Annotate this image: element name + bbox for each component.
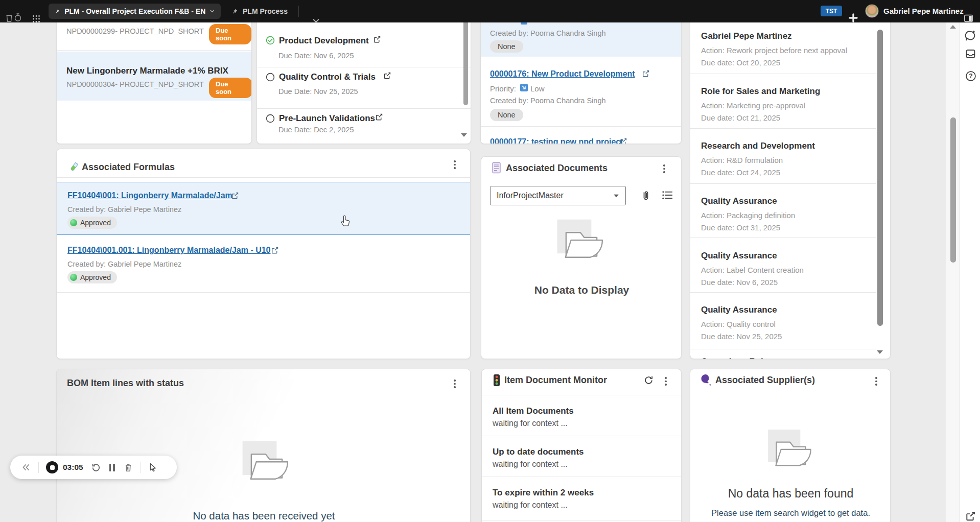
list-view-icon[interactable] bbox=[662, 191, 673, 200]
sidebar-toggle-icon[interactable] bbox=[964, 7, 973, 30]
panel-menu-button[interactable] bbox=[660, 162, 668, 176]
request-link[interactable]: 00000176: New Product Development bbox=[490, 69, 635, 79]
project-card-1[interactable]: NPD00000299- PROJECT_NPD_SHORT bbox=[66, 27, 204, 36]
divider bbox=[690, 183, 876, 184]
project-title: New Lingonberry Marmalade +1% BRIX bbox=[66, 66, 228, 76]
panel-title: Associated Documents bbox=[506, 163, 608, 174]
formula-link[interactable]: FF10404\001.001: Lingonberry Marmalade/J… bbox=[67, 246, 271, 255]
recorder-separator bbox=[38, 462, 39, 473]
request-created-by: Created by: Poorna Chandra Singh bbox=[490, 97, 606, 105]
scroll-up-icon[interactable] bbox=[950, 25, 956, 29]
restart-recording-icon[interactable] bbox=[91, 463, 101, 472]
page-scrollbar-track[interactable] bbox=[946, 22, 960, 522]
external-link-icon[interactable] bbox=[384, 72, 391, 79]
empty-folder-icon bbox=[238, 441, 295, 493]
empty-folder-icon bbox=[553, 219, 610, 271]
projects-panel: NPD00000299- PROJECT_NPD_SHORT Due soon … bbox=[56, 15, 252, 144]
panel-menu-button[interactable] bbox=[451, 377, 459, 391]
divider bbox=[257, 108, 471, 109]
monitor-card[interactable]: All Item Documents waiting for context .… bbox=[493, 406, 574, 428]
action-item[interactable]: Quality Assurance Action: Label Content … bbox=[701, 251, 804, 287]
app-launcher-grid-icon[interactable] bbox=[32, 8, 40, 30]
external-link-icon[interactable] bbox=[642, 70, 649, 77]
attach-paperclip-icon[interactable] bbox=[641, 189, 651, 202]
open-external-icon[interactable] bbox=[966, 511, 975, 521]
assistant-chat-plus-icon[interactable] bbox=[965, 30, 976, 42]
action-item[interactable]: Role for Sales and Marketing Action: Mar… bbox=[701, 86, 820, 122]
requests-panel: Created by: Poorna Chandra Singh None 00… bbox=[480, 15, 682, 144]
task-label[interactable]: Pre-Launch Validations bbox=[279, 113, 375, 124]
external-link-icon[interactable] bbox=[374, 36, 381, 43]
delete-recording-icon[interactable] bbox=[124, 463, 133, 472]
action-item[interactable]: Gabriel Pepe Martinez Action: Rework pro… bbox=[701, 31, 847, 67]
action-item-clipped[interactable]: Operations Role bbox=[701, 357, 768, 359]
priority-value: Low bbox=[530, 84, 545, 93]
action-item[interactable]: Research and Development Action: R&D for… bbox=[701, 141, 815, 177]
panel-title: Associated Supplier(s) bbox=[715, 375, 815, 386]
add-icon[interactable] bbox=[849, 7, 858, 29]
panel-title: BOM Item lines with status bbox=[67, 378, 184, 389]
external-link-icon[interactable] bbox=[231, 192, 239, 199]
panel-menu-button[interactable] bbox=[451, 158, 459, 172]
project-id: NPD00000304- PROJECT_NPD_SHORT bbox=[66, 80, 204, 88]
divider bbox=[690, 74, 876, 74]
actions-scroll-down-icon[interactable] bbox=[877, 350, 883, 354]
stop-record-button[interactable] bbox=[46, 461, 58, 473]
external-link-icon[interactable] bbox=[376, 113, 383, 121]
panel-title: Associated Formulas bbox=[82, 162, 175, 173]
environment-badge: TST bbox=[821, 6, 842, 16]
action-item[interactable]: Quality Assurance Action: Packaging defi… bbox=[701, 196, 795, 232]
tasks-scrollbar-thumb[interactable] bbox=[463, 20, 468, 105]
project-id: NPD00000299- PROJECT_NPD_SHORT bbox=[66, 27, 204, 35]
chevron-down-icon[interactable] bbox=[210, 9, 215, 13]
status-badge: Approved bbox=[67, 217, 117, 229]
action-item[interactable]: Quality Assurance Action: Quality contro… bbox=[701, 305, 782, 341]
page-scrollbar-thumb[interactable] bbox=[950, 117, 956, 263]
formula-row-selected[interactable]: FF10404\001: Lingonberry Marmalade/Jam C… bbox=[57, 182, 471, 235]
status-dot-icon bbox=[70, 274, 77, 281]
topbar-separator bbox=[298, 6, 299, 17]
monitor-card[interactable]: Up to date documents waiting for context… bbox=[493, 447, 584, 469]
task-due-date: Due Date: Nov 6, 2025 bbox=[278, 52, 354, 60]
document-type-select[interactable]: InforProjectMaster bbox=[490, 186, 626, 205]
panel-menu-button[interactable] bbox=[662, 374, 670, 388]
tasks-panel: Product Development Due Date: Nov 6, 202… bbox=[256, 15, 471, 144]
document-type-value: InforProjectMaster bbox=[497, 191, 564, 200]
actions-scrollbar-thumb[interactable] bbox=[877, 30, 883, 326]
task-label[interactable]: Product Development bbox=[279, 36, 369, 46]
empty-state-title: No data has been found bbox=[690, 487, 891, 501]
supplier-person-icon bbox=[699, 373, 712, 387]
project-card-2[interactable]: New Lingonberry Marmalade +1% BRIX NPD00… bbox=[57, 52, 252, 101]
task-label[interactable]: Quality Control & Trials bbox=[279, 72, 376, 82]
formula-link[interactable]: FF10404\001: Lingonberry Marmalade/Jam bbox=[67, 191, 232, 200]
user-avatar[interactable] bbox=[865, 4, 879, 18]
user-name[interactable]: Gabriel Pepe Martinez bbox=[883, 7, 964, 15]
tab-plm-overall-project-execution[interactable]: PLM - Overall Project Execution F&B - EN bbox=[49, 4, 221, 19]
help-icon[interactable]: ? bbox=[965, 70, 976, 82]
tumbler-icon[interactable] bbox=[6, 7, 13, 29]
tab-overflow-chevron-icon[interactable] bbox=[313, 10, 319, 32]
request-link-clipped[interactable]: 00000177: testing new npd project bbox=[490, 137, 623, 144]
inbox-icon[interactable] bbox=[965, 49, 976, 59]
panel-menu-button[interactable] bbox=[872, 374, 880, 388]
tasks-scroll-down-icon[interactable] bbox=[461, 133, 467, 137]
collapse-toolbar-icon[interactable] bbox=[21, 464, 30, 471]
empty-state-subtitle: Please use item search widget to get dat… bbox=[690, 508, 891, 518]
tab-plm-process[interactable]: PLM Process bbox=[226, 4, 293, 19]
pause-recording-button[interactable] bbox=[109, 464, 115, 471]
divider bbox=[690, 292, 876, 293]
priority-low-icon bbox=[520, 84, 528, 91]
timer-icon[interactable] bbox=[14, 6, 22, 29]
cursor-pointer-icon[interactable] bbox=[149, 463, 157, 472]
external-link-icon[interactable] bbox=[271, 247, 278, 254]
task-due-date: Due Date: Dec 2, 2025 bbox=[278, 126, 354, 134]
divider bbox=[690, 128, 876, 129]
stop-icon bbox=[50, 465, 55, 470]
actions-panel: Gabriel Pepe Martinez Action: Rework pro… bbox=[690, 15, 891, 359]
recording-time: 03:05 bbox=[63, 463, 83, 472]
monitor-card[interactable]: To expire within 2 weeks waiting for con… bbox=[493, 488, 594, 510]
external-link-icon[interactable] bbox=[620, 138, 627, 144]
refresh-icon[interactable] bbox=[644, 375, 654, 385]
due-soon-badge: Due soon bbox=[209, 78, 252, 98]
divider bbox=[482, 436, 681, 436]
